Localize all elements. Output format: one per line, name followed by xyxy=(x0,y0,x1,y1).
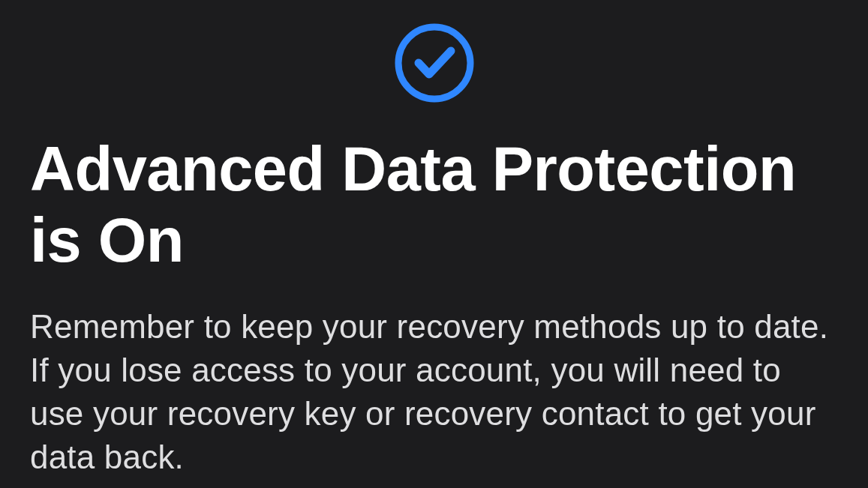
page-title: Advanced Data Protection is On xyxy=(30,133,838,277)
checkmark-circle-icon xyxy=(394,22,475,103)
description-text: Remember to keep your recovery methods u… xyxy=(30,305,838,479)
icon-wrapper xyxy=(30,22,838,103)
confirmation-panel: Advanced Data Protection is On Remember … xyxy=(0,0,868,488)
